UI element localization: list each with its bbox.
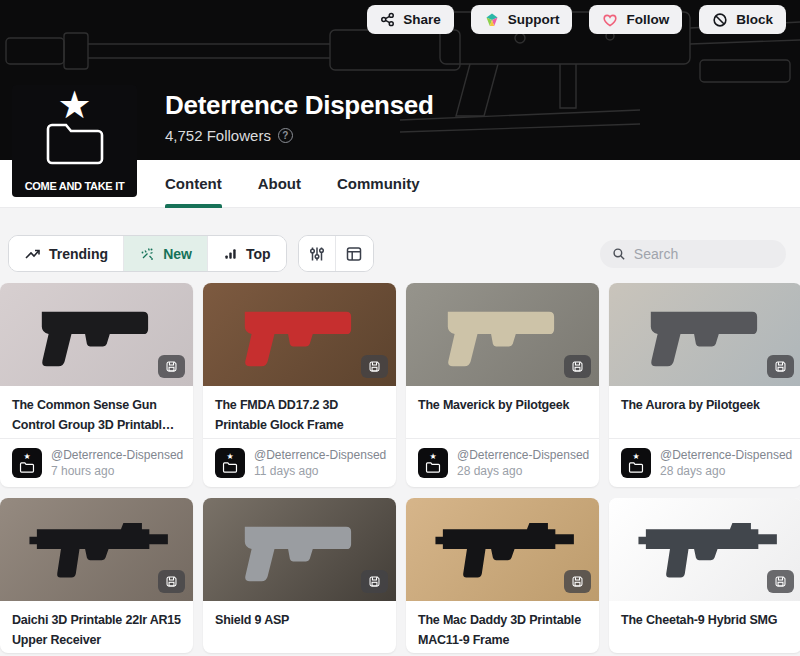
sort-top-label: Top — [246, 246, 271, 262]
star-icon: ★ — [632, 453, 639, 461]
support-button[interactable]: Support — [471, 5, 573, 34]
page-title: Deterrence Dispensed — [165, 90, 434, 121]
upload-meta: @Deterrence-Dispensed 7 hours ago — [51, 447, 181, 479]
model-title[interactable]: The Maverick by Pilotgeek — [406, 386, 599, 438]
trending-up-icon — [24, 246, 41, 261]
folder-icon — [43, 117, 107, 167]
card-footer: ★ @Deterrence-Dispensed 7 hours ago — [0, 438, 193, 487]
model-card[interactable]: Daichi 3D Printable 22lr AR15 Upper Rece… — [0, 498, 193, 653]
model-card[interactable]: The Aurora by Pilotgeek ★ @Deterrence-Di… — [609, 283, 800, 487]
share-button[interactable]: Share — [367, 5, 454, 34]
layout-grid-icon — [345, 245, 363, 263]
profile-banner: Share Support Follow — [0, 0, 800, 160]
heart-icon — [602, 12, 618, 28]
sort-new-label: New — [163, 246, 192, 262]
uploader-handle[interactable]: @Deterrence-Dispensed — [660, 447, 790, 463]
save-floppy-icon — [368, 360, 381, 373]
upload-time: 11 days ago — [254, 463, 384, 479]
uploader-handle[interactable]: @Deterrence-Dispensed — [457, 447, 587, 463]
card-footer: ★ @Deterrence-Dispensed 28 days ago — [406, 438, 599, 487]
model-card[interactable]: The FMDA DD17.2 3D Printable Glock Frame… — [203, 283, 396, 487]
save-badge[interactable] — [158, 570, 185, 593]
save-floppy-icon — [774, 575, 787, 588]
folder-icon — [425, 461, 441, 473]
model-thumbnail[interactable] — [609, 283, 800, 386]
search-icon — [612, 246, 626, 262]
save-badge[interactable] — [361, 570, 388, 593]
layout-toggle-button[interactable] — [336, 236, 373, 271]
follower-count-label: 4,752 Followers — [165, 127, 271, 144]
uploader-handle[interactable]: @Deterrence-Dispensed — [254, 447, 384, 463]
uploader-handle[interactable]: @Deterrence-Dispensed — [51, 447, 181, 463]
sort-trending-label: Trending — [49, 246, 108, 262]
model-card[interactable]: The Cheetah-9 Hybrid SMG — [609, 498, 800, 653]
save-badge[interactable] — [564, 570, 591, 593]
model-title[interactable]: The Common Sense Gun Control Group 3D Pr… — [0, 386, 193, 438]
model-title[interactable]: Shield 9 ASP — [203, 601, 396, 653]
profile-page: Share Support Follow — [0, 0, 800, 653]
model-thumbnail[interactable] — [203, 498, 396, 601]
model-title[interactable]: Daichi 3D Printable 22lr AR15 Upper Rece… — [0, 601, 193, 653]
model-thumbnail[interactable] — [609, 498, 800, 601]
block-button[interactable]: Block — [699, 5, 786, 34]
upload-time: 7 hours ago — [51, 463, 181, 479]
save-floppy-icon — [571, 360, 584, 373]
save-badge[interactable] — [361, 355, 388, 378]
upload-meta: @Deterrence-Dispensed 28 days ago — [457, 447, 587, 479]
support-gem-icon — [484, 12, 500, 28]
model-card[interactable]: The Common Sense Gun Control Group 3D Pr… — [0, 283, 193, 487]
model-thumbnail[interactable] — [406, 498, 599, 601]
star-icon: ★ — [226, 453, 233, 461]
bar-chart-icon — [223, 246, 238, 261]
save-floppy-icon — [165, 575, 178, 588]
share-icon — [380, 12, 395, 27]
search-input[interactable] — [634, 246, 774, 262]
sort-new-button[interactable]: New — [124, 236, 208, 271]
model-title[interactable]: The Mac Daddy 3D Printable MAC11-9 Frame — [406, 601, 599, 653]
follower-count: 4,752 Followers ? — [165, 127, 293, 144]
model-thumbnail[interactable] — [406, 283, 599, 386]
upload-time: 28 days ago — [660, 463, 790, 479]
filter-sliders-icon — [308, 245, 326, 263]
model-thumbnail[interactable] — [0, 283, 193, 386]
block-icon — [712, 12, 728, 28]
support-label: Support — [508, 12, 560, 27]
filter-sliders-button[interactable] — [299, 236, 336, 271]
banner-actions: Share Support Follow — [367, 5, 786, 34]
tab-content[interactable]: Content — [165, 160, 222, 208]
save-badge[interactable] — [564, 355, 591, 378]
tab-about[interactable]: About — [258, 160, 301, 208]
help-circle-icon[interactable]: ? — [278, 128, 293, 143]
block-label: Block — [736, 12, 773, 27]
model-thumbnail[interactable] — [0, 498, 193, 601]
follow-label: Follow — [626, 12, 669, 27]
tab-community[interactable]: Community — [337, 160, 420, 208]
save-floppy-icon — [571, 575, 584, 588]
profile-avatar[interactable]: ★ COME AND TAKE IT — [12, 85, 137, 197]
smg-silhouette — [19, 512, 173, 586]
model-thumbnail[interactable] — [203, 283, 396, 386]
sort-trending-button[interactable]: Trending — [9, 236, 124, 271]
uploader-avatar[interactable]: ★ — [12, 448, 42, 478]
model-card[interactable]: The Maverick by Pilotgeek ★ @Deterrence-… — [406, 283, 599, 487]
sort-control: Trending New — [8, 235, 287, 272]
model-title[interactable]: The Cheetah-9 Hybrid SMG — [609, 601, 800, 653]
follow-button[interactable]: Follow — [589, 5, 682, 34]
model-card[interactable]: The Mac Daddy 3D Printable MAC11-9 Frame — [406, 498, 599, 653]
save-badge[interactable] — [767, 570, 794, 593]
uploader-avatar[interactable]: ★ — [418, 448, 448, 478]
sort-top-button[interactable]: Top — [208, 236, 286, 271]
save-badge[interactable] — [158, 355, 185, 378]
model-title[interactable]: The FMDA DD17.2 3D Printable Glock Frame — [203, 386, 396, 438]
folder-icon — [222, 461, 238, 473]
model-title[interactable]: The Aurora by Pilotgeek — [609, 386, 800, 438]
uploader-avatar[interactable]: ★ — [215, 448, 245, 478]
filter-row: Trending New — [8, 235, 786, 272]
upload-meta: @Deterrence-Dispensed 28 days ago — [660, 447, 790, 479]
smg-silhouette — [628, 512, 782, 586]
save-floppy-icon — [774, 360, 787, 373]
model-card[interactable]: Shield 9 ASP — [203, 498, 396, 653]
smg-silhouette — [425, 512, 579, 586]
save-badge[interactable] — [767, 355, 794, 378]
uploader-avatar[interactable]: ★ — [621, 448, 651, 478]
